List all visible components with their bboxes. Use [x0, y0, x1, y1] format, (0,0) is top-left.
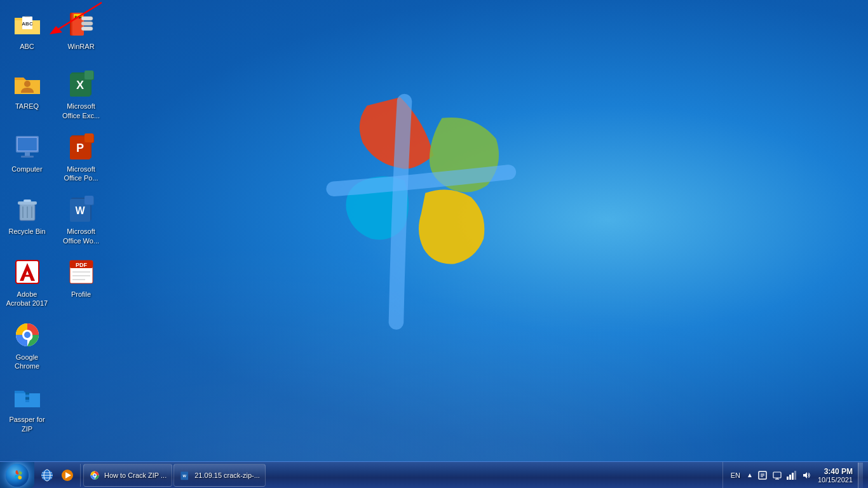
icon-row-3: Computer P Microsoft Office Po... [3, 129, 105, 186]
svg-rect-50 [25, 392, 29, 395]
svg-rect-10 [81, 27, 93, 30]
excel-icon-img: X [66, 69, 97, 99]
signal-icon[interactable] [785, 469, 798, 482]
svg-point-63 [93, 474, 96, 477]
icon-powerpoint[interactable]: P Microsoft Office Po... [57, 129, 105, 186]
action-center-icon[interactable] [756, 469, 769, 482]
icon-row-5: Adobe Acrobat 2017 PDF Profile [3, 254, 105, 311]
icon-profile[interactable]: PDF Profile [57, 254, 105, 311]
system-tray: EN ▲ [722, 462, 868, 488]
svg-text:ABC: ABC [22, 21, 33, 27]
profile-label: Profile [71, 290, 91, 299]
tareq-label: TAREQ [15, 102, 39, 111]
clock-time: 3:40 PM [824, 467, 853, 476]
svg-rect-53 [25, 400, 29, 402]
clock-date: 10/15/2021 [818, 476, 853, 484]
quick-launch [34, 464, 81, 487]
svg-marker-73 [803, 472, 807, 478]
svg-rect-28 [85, 133, 93, 142]
svg-rect-51 [25, 395, 29, 397]
taskbar-word-label: 21.09.15 crack-zip-... [194, 471, 260, 479]
icon-passper[interactable]: Passper for ZIP [3, 379, 51, 436]
icon-row-7: Passper for ZIP [3, 379, 105, 436]
icon-chrome[interactable]: Google Chrome [3, 317, 51, 374]
svg-text:X: X [76, 79, 83, 92]
powerpoint-label: Microsoft Office Po... [60, 165, 102, 183]
svg-text:W: W [75, 205, 85, 216]
svg-text:W: W [183, 473, 187, 477]
taskbar-chrome-label: How to Crack ZIP ... [104, 471, 166, 479]
svg-point-13 [24, 81, 31, 87]
taskbar-chrome-icon [89, 470, 100, 481]
tray-icons: ▲ [745, 469, 813, 482]
svg-rect-22 [21, 156, 34, 158]
passper-icon-img [12, 382, 43, 412]
abc-icon-img: ABC [12, 9, 43, 39]
svg-rect-70 [773, 472, 781, 478]
ie-quicklaunch[interactable] [38, 466, 56, 484]
icon-winrar[interactable]: RAR WinRAR [57, 6, 105, 53]
icon-word[interactable]: W Microsoft Office Wo... [57, 191, 105, 248]
volume-icon[interactable] [800, 469, 813, 482]
computer-icon-img [12, 132, 43, 162]
word-icon-img: W [66, 194, 97, 224]
winrar-label: WinRAR [67, 42, 94, 51]
svg-rect-9 [81, 22, 93, 25]
icon-excel[interactable]: X Microsoft Office Exc... [57, 66, 105, 123]
tray-expand-button[interactable]: ▲ [745, 470, 754, 480]
windows-logo [273, 89, 559, 356]
svg-text:P: P [76, 142, 83, 154]
media-player-quicklaunch[interactable] [58, 466, 76, 484]
start-button[interactable] [0, 462, 34, 489]
svg-point-49 [24, 332, 31, 338]
taskbar-word-icon: W [179, 470, 191, 481]
icon-computer[interactable]: Computer [3, 129, 51, 186]
acrobat-label: Adobe Acrobat 2017 [6, 290, 48, 308]
acrobat-icon-img [12, 257, 43, 287]
excel-label: Microsoft Office Exc... [60, 102, 102, 120]
show-desktop-button[interactable] [858, 463, 863, 488]
icon-recycle-bin[interactable]: Recycle Bin [3, 191, 51, 248]
svg-rect-21 [25, 152, 30, 156]
language-indicator: EN [728, 470, 743, 480]
winrar-icon-img: RAR [66, 9, 97, 39]
tareq-icon-img [12, 69, 43, 99]
svg-text:RAR: RAR [74, 15, 81, 19]
profile-icon-img: PDF [66, 257, 97, 287]
chrome-label: Google Chrome [6, 353, 48, 371]
word-label: Microsoft Office Wo... [60, 227, 102, 245]
taskbar-word-window[interactable]: W 21.09.15 crack-zip-... [173, 464, 266, 487]
svg-rect-23 [18, 138, 37, 151]
svg-rect-18 [85, 71, 93, 79]
svg-rect-52 [25, 397, 29, 400]
desktop: ABC ABC RAR [0, 0, 868, 488]
icon-tareq[interactable]: TAREQ [3, 66, 51, 123]
svg-rect-39 [85, 196, 93, 205]
taskbar-chrome-window[interactable]: How to Crack ZIP ... [83, 464, 172, 487]
svg-rect-8 [81, 17, 93, 20]
recycle-icon-img [12, 194, 43, 224]
desktop-icons-area: ABC ABC RAR [3, 6, 105, 436]
abc-label: ABC [20, 42, 34, 51]
powerpoint-icon-img: P [66, 132, 97, 162]
taskbar: How to Crack ZIP ... W 21.09.15 crack-zi… [0, 461, 868, 488]
recycle-bin-label: Recycle Bin [8, 227, 45, 236]
icon-row-4: Recycle Bin W Microsoft Office Wo... [3, 191, 105, 248]
icon-row-6: Google Chrome [3, 317, 105, 374]
computer-label: Computer [11, 165, 42, 173]
passper-label: Passper for ZIP [6, 415, 48, 433]
icon-row-1: ABC ABC RAR [3, 6, 105, 53]
start-orb [6, 464, 29, 487]
taskbar-open-windows: How to Crack ZIP ... W 21.09.15 crack-zi… [81, 462, 722, 488]
chrome-icon-img [12, 320, 43, 350]
icon-abc[interactable]: ABC ABC [3, 6, 51, 53]
icon-row-2: TAREQ X Microsoft Office Exc... [3, 66, 105, 123]
svg-rect-31 [24, 200, 31, 202]
network-icon[interactable] [771, 469, 783, 482]
clock-display[interactable]: 3:40 PM 10/15/2021 [815, 467, 855, 484]
svg-text:PDF: PDF [76, 262, 88, 268]
icon-acrobat[interactable]: Adobe Acrobat 2017 [3, 254, 51, 311]
